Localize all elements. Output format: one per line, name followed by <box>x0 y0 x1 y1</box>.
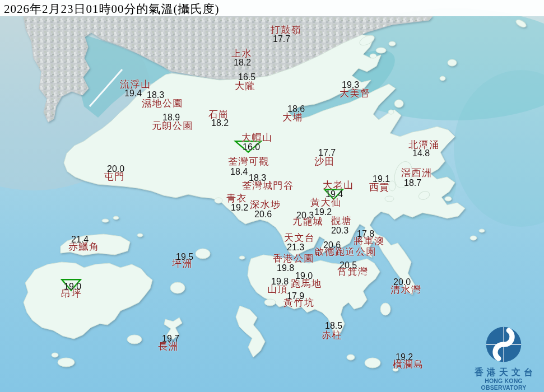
station-temperature-value: 16.5 <box>238 73 255 82</box>
station-temperature-value: 18.4 <box>230 167 248 176</box>
station-name-label: 深水埗 <box>250 200 281 209</box>
station-name-label: 香港公園 <box>273 254 314 263</box>
station-temperature-value: 20.3 <box>331 226 348 235</box>
station-temperature-value: 18.2 <box>234 58 251 67</box>
station-name-label: 赤柱 <box>322 330 342 340</box>
station-temperature-value: 20.6 <box>254 210 272 219</box>
station-temperature-value: 19.2 <box>396 353 413 362</box>
station-temperature-value: 19.1 <box>373 175 390 184</box>
station-temperature-value: 17.9 <box>287 292 304 301</box>
station-temperature-value: 21.3 <box>287 243 304 252</box>
station-temperature-value: 20.0 <box>107 165 124 174</box>
temperature-map: 2026年2月23日01時00分的氣溫(攝氏度) 打鼓嶺17.7上水18.2大隴… <box>0 0 544 392</box>
station-temperature-value: 19.7 <box>162 334 179 343</box>
station-temperature-value: 20.0 <box>393 278 411 287</box>
station-name-label: 元朗公園 <box>152 121 193 130</box>
station-name-label: 西貢 <box>369 183 390 192</box>
station-temperature-value: 17.8 <box>357 230 374 239</box>
station-temperature-value: 17.7 <box>318 148 336 157</box>
station-temperature-value: 20.5 <box>340 261 357 270</box>
station-temperature-value: 19.8 <box>271 277 289 286</box>
station-name-label: 上水 <box>231 49 252 58</box>
station-temperature-value: 18.5 <box>325 321 342 330</box>
station-name-label: 天文台 <box>284 233 315 242</box>
station-name-label: 濕地公園 <box>142 99 183 108</box>
station-temperature-value: 18.3 <box>249 174 266 183</box>
stations-layer: 打鼓嶺17.7上水18.2大隴16.5流浮山19.4濕地公園18.3元朗公園18… <box>0 0 544 392</box>
hko-logo-name-chinese: 香港天文台 <box>467 367 543 377</box>
hko-logo: 香港天文台 HONG KONG OBSERVATORY <box>464 326 543 391</box>
hko-logo-name-english: HONG KONG OBSERVATORY <box>464 377 543 391</box>
station-name-label: 青衣 <box>226 194 247 203</box>
station-name-label: 觀塘 <box>331 216 352 226</box>
station-temperature-value: 19.2 <box>231 203 248 212</box>
station-name-label: 大埔 <box>282 113 303 122</box>
station-temperature-value: 18.3 <box>147 91 164 100</box>
station-temperature-value: 19.3 <box>342 81 359 90</box>
station-name-label: 沙田 <box>314 157 335 166</box>
station-name-label: 大老山 <box>323 180 354 190</box>
station-name-label: 黃大仙 <box>310 198 342 207</box>
station-temperature-value: 19.0 <box>64 282 81 291</box>
station-name-label: 荃灣可觀 <box>228 157 269 166</box>
station-temperature-value: 16.0 <box>243 143 260 152</box>
station-temperature-value: 20.6 <box>323 241 341 250</box>
station-temperature-value: 14.8 <box>412 149 430 158</box>
station-temperature-value: 18.7 <box>404 179 421 188</box>
station-name-label: 流浮山 <box>120 80 151 89</box>
station-temperature-value: 19.5 <box>176 253 193 262</box>
station-temperature-value: 19.8 <box>277 264 294 273</box>
station-name-label: 滘西洲 <box>401 168 433 178</box>
station-temperature-value: 17.7 <box>273 35 290 44</box>
station-temperature-value: 19.4 <box>124 89 142 98</box>
station-name-label: 大美督 <box>340 88 371 98</box>
hko-logo-icon <box>483 326 524 365</box>
station-name-label: 打鼓嶺 <box>271 25 302 35</box>
station-temperature-value: 21.4 <box>71 235 89 244</box>
station-temperature-value: 19.2 <box>314 208 332 217</box>
station-temperature-value: 18.2 <box>211 119 229 128</box>
station-temperature-value: 18.9 <box>162 113 180 122</box>
station-temperature-value: 18.6 <box>287 105 305 114</box>
station-name-label: 大隴 <box>235 81 255 91</box>
station-name-label: 大帽山 <box>241 133 273 142</box>
station-temperature-value: 19.0 <box>295 272 313 281</box>
station-temperature-value: 20.3 <box>296 211 314 220</box>
